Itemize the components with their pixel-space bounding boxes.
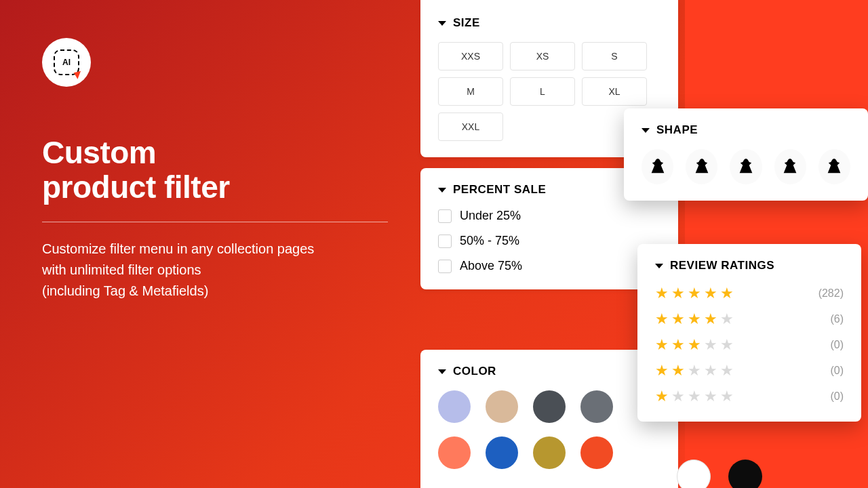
cursor-icon [74, 69, 83, 79]
size-option[interactable]: XXL [438, 113, 503, 141]
checkbox[interactable] [438, 260, 452, 273]
color-swatch[interactable] [580, 436, 613, 469]
star-empty-icon: ★ [688, 388, 701, 405]
star-filled-icon: ★ [655, 310, 669, 328]
size-option[interactable]: M [438, 77, 503, 106]
star-filled-icon: ★ [688, 336, 701, 354]
checkbox[interactable] [438, 235, 452, 248]
star-filled-icon: ★ [671, 285, 685, 302]
color-filter-header[interactable]: COLOR [438, 365, 660, 378]
star-filled-icon: ★ [655, 336, 669, 354]
checkbox[interactable] [438, 209, 452, 223]
color-row [438, 436, 660, 469]
shape-options [642, 149, 850, 184]
review-rating-options: ★★★★★(282)★★★★★(6)★★★★★(0)★★★★★(0)★★★★★(… [655, 285, 844, 405]
rating-option[interactable]: ★★★★★(0) [655, 336, 844, 354]
hero-desc-line1: Customize filter menu in any collection … [42, 241, 314, 256]
shape-filter-panel: SHAPE [624, 108, 868, 201]
color-swatch[interactable] [438, 390, 471, 423]
size-option[interactable]: XL [582, 77, 647, 106]
hero-section: Custom product filter Customize filter m… [42, 136, 395, 302]
rating-option[interactable]: ★★★★★(6) [655, 310, 844, 328]
size-option[interactable]: L [510, 77, 575, 106]
percent-sale-title: PERCENT SALE [453, 183, 546, 197]
size-option[interactable]: XXS [438, 42, 503, 70]
logo-text: AI [62, 58, 71, 67]
rating-option[interactable]: ★★★★★(0) [655, 362, 844, 380]
color-swatch[interactable] [533, 390, 566, 423]
percent-sale-option[interactable]: Above 75% [438, 259, 660, 273]
star-filled-icon: ★ [655, 285, 669, 302]
chevron-down-icon [438, 188, 446, 192]
star-filled-icon: ★ [671, 336, 685, 354]
rating-count: (0) [830, 339, 844, 351]
star-filled-icon: ★ [671, 362, 685, 380]
star-filled-icon: ★ [720, 285, 734, 302]
star-filled-icon: ★ [688, 310, 701, 328]
color-swatch[interactable] [533, 436, 566, 469]
chevron-down-icon [642, 128, 650, 133]
shape-filter-header[interactable]: SHAPE [642, 123, 850, 137]
color-swatch[interactable] [486, 390, 518, 423]
stars: ★★★★★ [655, 362, 734, 380]
color-swatch[interactable] [728, 460, 762, 488]
color-row-extra [677, 460, 762, 488]
percent-sale-option[interactable]: 50% - 75% [438, 234, 660, 248]
hero-title-line2: product filter [42, 169, 230, 205]
size-title: SIZE [453, 16, 480, 30]
color-title: COLOR [453, 365, 496, 378]
star-empty-icon: ★ [704, 362, 717, 380]
chevron-down-icon [655, 264, 663, 268]
star-filled-icon: ★ [655, 362, 669, 380]
star-empty-icon: ★ [720, 336, 734, 354]
hero-description: Customize filter menu in any collection … [42, 239, 395, 302]
app-logo: AI [42, 38, 91, 87]
color-swatch[interactable] [677, 460, 711, 488]
color-swatch[interactable] [580, 390, 613, 423]
star-filled-icon: ★ [688, 285, 701, 302]
option-label: Under 25% [460, 209, 521, 223]
star-filled-icon: ★ [704, 285, 717, 302]
rating-option[interactable]: ★★★★★(0) [655, 388, 844, 405]
shape-option-dress-icon[interactable] [686, 149, 717, 184]
hero-title-line1: Custom [42, 135, 156, 170]
rating-count: (0) [830, 390, 844, 403]
logo-badge: AI [54, 49, 79, 75]
shape-option-dress-icon[interactable] [642, 149, 673, 184]
percent-sale-options: Under 25%50% - 75%Above 75% [438, 209, 660, 273]
color-swatch[interactable] [486, 436, 518, 469]
star-empty-icon: ★ [704, 336, 717, 354]
chevron-down-icon [438, 369, 446, 374]
star-empty-icon: ★ [688, 362, 701, 380]
size-option[interactable]: S [582, 42, 647, 70]
star-empty-icon: ★ [720, 362, 734, 380]
star-filled-icon: ★ [655, 388, 669, 405]
size-option[interactable]: XS [510, 42, 575, 70]
color-row [438, 390, 660, 423]
stars: ★★★★★ [655, 336, 734, 354]
size-filter-header[interactable]: SIZE [438, 16, 660, 30]
rating-option[interactable]: ★★★★★(282) [655, 285, 844, 302]
star-filled-icon: ★ [671, 310, 685, 328]
rating-count: (6) [830, 313, 844, 325]
shape-title: SHAPE [656, 123, 698, 137]
star-empty-icon: ★ [671, 388, 685, 405]
shape-option-dress-icon[interactable] [730, 149, 762, 184]
shape-option-dress-icon[interactable] [818, 149, 850, 184]
shape-option-dress-icon[interactable] [774, 149, 806, 184]
color-swatch[interactable] [438, 436, 471, 469]
star-empty-icon: ★ [720, 388, 734, 405]
stars: ★★★★★ [655, 285, 734, 302]
percent-sale-option[interactable]: Under 25% [438, 209, 660, 223]
star-empty-icon: ★ [704, 388, 717, 405]
option-label: Above 75% [460, 259, 522, 273]
review-ratings-title: REVIEW RATINGS [670, 259, 774, 272]
review-ratings-header[interactable]: REVIEW RATINGS [655, 259, 844, 272]
hero-title: Custom product filter [42, 136, 395, 204]
hero-desc-line3: (including Tag & Metafields) [42, 283, 208, 298]
star-empty-icon: ★ [720, 310, 734, 328]
review-ratings-filter-panel: REVIEW RATINGS ★★★★★(282)★★★★★(6)★★★★★(0… [637, 244, 861, 422]
rating-count: (0) [830, 365, 844, 377]
chevron-down-icon [438, 21, 446, 26]
star-filled-icon: ★ [704, 310, 717, 328]
